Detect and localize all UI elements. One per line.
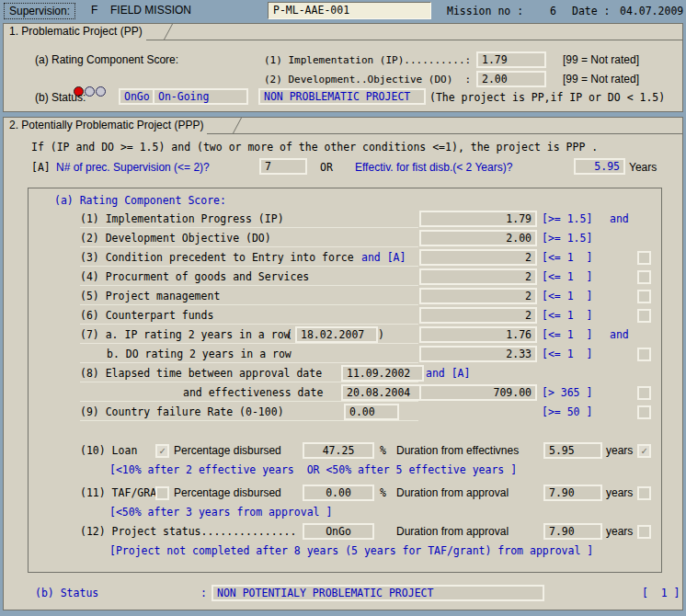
row-counterpart-funds: (6) Counterpart funds 2 [<= 1 ] (29, 307, 661, 325)
tab-potentially-problematic[interactable]: 2. Potentially Problematic Project (PPP) (4, 118, 207, 134)
supervision-button[interactable]: Supervision: (4, 3, 75, 19)
row7b-label: b. DO rating 2 years in a row (107, 346, 292, 362)
potentially-problematic-panel: 2. Potentially Problematic Project (PPP)… (3, 117, 683, 610)
row12-checkbox[interactable] (637, 525, 651, 539)
status-duration-field[interactable]: 7.90 (543, 523, 602, 540)
row4-checkbox[interactable] (637, 270, 651, 284)
taf-rule-text: [<50% after 3 years from approval ] (109, 506, 332, 519)
row-country-failure-rate: (9) Country failure Rate (0-100) 0.00 [>… (29, 404, 661, 421)
row8b-label: and effectiveness date (183, 384, 323, 401)
row9-condition: [>= 50 ] (542, 404, 592, 420)
row2-condition: [>= 1.5] (542, 230, 592, 246)
ppp-status-colon: : (200, 585, 207, 601)
row4-label: (4) Procurment of goods and Services (80, 268, 309, 285)
row10-pct-sign: % (380, 442, 386, 459)
row7a-date-field[interactable]: 18.02.2007 (295, 326, 378, 343)
row9-checkbox[interactable] (637, 405, 651, 419)
row1-value-field[interactable]: 1.79 (419, 211, 537, 227)
row9-value-field[interactable]: 0.00 (344, 404, 399, 420)
row10-duration-label: Duration from effectivnes (396, 442, 519, 459)
supervision-window: Supervision: F FIELD MISSION P-ML-AAE-00… (0, 0, 686, 616)
row12-label: (12) Project status............... (80, 523, 296, 540)
row8a-date-field[interactable]: 11.09.2002 (341, 365, 424, 382)
rating-score-box: (a) Rating Component Score: (1) Implemen… (28, 188, 662, 573)
row4-condition: [<= 1 ] (542, 268, 592, 285)
project-code-field[interactable]: P-ML-AAE-001 (268, 2, 431, 19)
effectiv-years-field[interactable]: 5.95 (574, 158, 625, 175)
project-status-field[interactable]: OnGo (303, 523, 374, 540)
row-project-status: (12) Project status............... OnGo … (29, 523, 661, 541)
row3-value-field[interactable]: 2 (419, 249, 537, 266)
date-label: Date : (572, 5, 611, 17)
row5-value-field[interactable]: 2 (419, 288, 537, 304)
row1-label: (1) Implementation Progress (IP) (80, 211, 284, 227)
row11-duration-label: Duration from approval (396, 485, 509, 501)
row6-checkbox[interactable] (637, 309, 651, 323)
s2-or-label: OR (320, 161, 333, 174)
row7a-paren-open: ( (286, 326, 292, 343)
row11-checkbox[interactable] (637, 486, 651, 500)
taf-pct-field[interactable]: 0.00 (303, 485, 374, 501)
date-value[interactable]: 04.07.2009 (620, 5, 683, 17)
row12-duration-label: Duration from approval (396, 523, 509, 540)
ppp-status-label: (b) Status (35, 585, 98, 601)
row3-checkbox[interactable] (637, 251, 651, 265)
row7a-condition: [<= 1 ] (542, 326, 592, 343)
mission-no-label: Mission no : (447, 5, 523, 17)
row3-label: (3) Condition precedent to Entry into fo… (80, 249, 354, 266)
s1-do-field[interactable]: 2.00 (476, 71, 546, 87)
row-procurement: (4) Procurment of goods and Services 2 [… (29, 268, 661, 286)
row-do-rating-2years: b. DO rating 2 years in a row 2.33 [<= 1… (29, 346, 661, 363)
row11-cb-label: Percentage disbursed (174, 485, 281, 501)
row7b-checkbox[interactable] (637, 348, 651, 361)
row8b-checkbox[interactable] (637, 386, 651, 400)
s2-prec-supervision-label: N# of prec. Supervision (<= 2)? (56, 161, 210, 174)
s1-status-name-field[interactable]: On-Going (153, 88, 248, 105)
s1-do-label: (2) Development..Objective (DO) : (264, 74, 471, 86)
row10-years-label: years (606, 442, 633, 459)
tab-problematic-project[interactable]: 1. Problematic Project (PP) (4, 24, 146, 40)
ppp-status-field[interactable]: NON POTENTIALY PROBLEMATIC PROJECT (212, 585, 544, 601)
row-taf-grant: (11) TAF/GRANT Percentage disbursed 0.00… (29, 485, 661, 502)
loan-pct-field[interactable]: 47.25 (303, 442, 374, 459)
row-effectiveness-date: and effectiveness date 20.08.2004 709.00… (29, 384, 661, 402)
row4-value-field[interactable]: 2 (419, 268, 537, 285)
loan-disbursed-checkbox[interactable] (155, 444, 169, 458)
row6-condition: [<= 1 ] (542, 307, 592, 324)
row5-condition: [<= 1 ] (542, 288, 592, 304)
s2-intro-text: If (IP and DO >= 1.5) and (two or more o… (31, 141, 598, 154)
s2-effectiv-label: Effectiv. for fist disb.(< 2 Years)? (355, 161, 512, 174)
row7a-value-field[interactable]: 1.76 (419, 326, 537, 343)
s1-rating-label: (a) Rating Component Score: (35, 53, 178, 66)
row-loan: (10) Loan Percentage disbursed 47.25 % D… (29, 442, 661, 460)
row7b-condition: [<= 1 ] (542, 346, 592, 362)
row-implementation-progress: (1) Implementation Progress (IP) 1.79 [>… (29, 211, 661, 228)
row9-label: (9) Country failure Rate (0-100) (80, 404, 284, 420)
grey-light-icon (96, 86, 106, 97)
problematic-project-panel: 1. Problematic Project (PP) (a) Rating C… (3, 23, 683, 112)
loan-duration-field[interactable]: 5.95 (543, 442, 602, 459)
row6-value-field[interactable]: 2 (419, 307, 537, 324)
row8b-date-field[interactable]: 20.08.2004 (341, 384, 424, 401)
taf-duration-field[interactable]: 7.90 (543, 485, 602, 501)
page-ref: [ 1 ] (642, 585, 680, 601)
row7a-paren-close: ) (378, 326, 384, 343)
prec-supervision-field[interactable]: 7 (259, 158, 307, 175)
row7b-value-field[interactable]: 2.33 (419, 346, 537, 362)
row10-cb-label: Percentage disbursed (174, 442, 281, 459)
s1-status-code-field[interactable]: OnGo (119, 88, 154, 105)
row5-checkbox[interactable] (637, 290, 651, 303)
s1-status-result-field[interactable]: NON PROBLEMATIC PROJECT (258, 88, 426, 105)
tab2-slant-edge (220, 118, 242, 133)
row-ip-rating-2years: (7) a. IP rating 2 years in a row ( 18.0… (29, 326, 661, 344)
mission-no-value[interactable]: 6 (550, 5, 556, 17)
row2-value-field[interactable]: 2.00 (419, 230, 537, 246)
row8a-label-blue: and [A] (426, 365, 470, 382)
row3-label-blue: and [A] (361, 249, 406, 266)
s1-ip-field[interactable]: 1.79 (476, 51, 546, 68)
row10-checkbox[interactable] (637, 444, 651, 458)
row-elapsed-approval-date: (8) Elapsed time between approval date 1… (29, 365, 661, 382)
row8b-value-field[interactable]: 709.00 (419, 384, 537, 401)
taf-disbursed-checkbox[interactable] (155, 486, 169, 500)
s2-rating-label: (a) Rating Component Score: (54, 194, 226, 207)
